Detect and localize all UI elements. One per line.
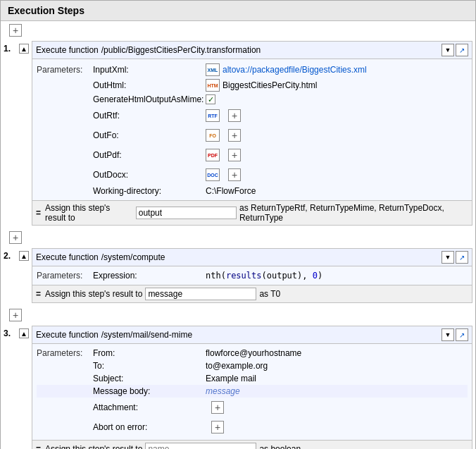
step-2-param-expr-name: Expression: [93, 271, 206, 281]
step-3-param-from-row: Parameters: From: flowforce@yourhostname [37, 347, 468, 359]
step-3-param-attachment-name: Attachment: [93, 402, 206, 412]
step-2-number: 2. [4, 248, 19, 261]
step-1-param-workdir-value: C:\FlowForce [206, 186, 256, 196]
step-2-link-btn[interactable]: ↗ [456, 251, 468, 264]
step-1-result-equals: = [36, 208, 41, 218]
execution-steps-panel: Execution Steps + 1. ▲ Execute function … [0, 0, 476, 449]
step-1-param-generate-checkbox[interactable]: ✓ [206, 94, 215, 104]
step-3-dropdown-btn[interactable]: ▼ [441, 328, 454, 341]
step-3-param-subject-row: Subject: Example mail [37, 372, 468, 385]
step-3-param-attachment-row: Attachment: + [37, 398, 468, 417]
step-3-param-msgbody-row: Message body: message [37, 385, 468, 398]
step-3-param-msgbody-value: message [206, 386, 240, 396]
step-3-param-subject-value: Example mail [206, 374, 256, 383]
step-1-param-generate-name: GenerateHtmlOutputAsMime: [93, 94, 206, 104]
step-3-param-from-value: flowforce@yourhostname [206, 348, 301, 358]
step-1-param-outhtml-name: OutHtml: [93, 80, 206, 90]
step-1-result-label: Assign this step's result to [45, 203, 133, 223]
step-1-param-outrtf-name: OutRtf: [93, 111, 206, 121]
step-2-result-input[interactable] [145, 288, 256, 300]
step-2-header-label: Execute function [36, 252, 99, 262]
step-1-link-btn[interactable]: ↗ [456, 44, 468, 56]
step-2-result-row: = Assign this step's result to as T0 [32, 285, 472, 302]
step-3-param-to-name: To: [93, 361, 206, 371]
step-3-link-btn[interactable]: ↗ [456, 328, 468, 341]
step-3-header-path: /system/mail/send-mime [101, 330, 440, 340]
step-2-row: 2. ▲ Execute function /system/compute ▼ … [1, 247, 475, 306]
step-1-header: Execute function /public/BiggestCitiesPe… [32, 42, 472, 59]
step-1-header-label: Execute function [36, 45, 99, 55]
step-1-result-input[interactable] [136, 207, 237, 219]
step-1-param-generate-row: GenerateHtmlOutputAsMime: ✓ [37, 93, 468, 106]
step-1-param-workdir-row: Working-directory: C:\FlowForce [37, 185, 468, 197]
add-step-button-2[interactable]: + [9, 309, 22, 321]
step-1-row: 1. ▲ Execute function /public/BiggestCit… [1, 39, 475, 228]
step-1-param-outpdf-add[interactable]: + [228, 149, 241, 161]
step-1-collapse[interactable]: ▲ [19, 44, 29, 54]
step-3-result-as-label: as boolean [259, 444, 301, 449]
step-3-params: Parameters: From: flowforce@yourhostname… [32, 344, 472, 440]
step-1-param-outdocx-add[interactable]: + [228, 168, 241, 181]
step-3-param-msgbody-name: Message body: [93, 386, 206, 396]
step-1-content: Execute function /public/BiggestCitiesPe… [32, 41, 472, 226]
step-2-content: Execute function /system/compute ▼ ↗ Par… [32, 248, 472, 303]
step-3-param-abort-name: Abort on error: [93, 422, 206, 432]
add-row-1: + [1, 228, 475, 247]
step-3-header-label: Execute function [36, 330, 99, 340]
step-2-result-equals: = [36, 289, 41, 299]
step-3-param-abort-add[interactable]: + [211, 421, 224, 433]
step-1-param-outpdf-row: OutPdf: PDF + [37, 145, 468, 165]
step-2-dropdown-btn[interactable]: ▼ [441, 251, 454, 264]
step-2-collapse[interactable]: ▲ [19, 251, 29, 261]
step-1-param-outdocx-row: OutDocx: DOC + [37, 165, 468, 185]
step-1-param-outfo-add[interactable]: + [228, 129, 241, 142]
step-3-param-attachment-add[interactable]: + [211, 401, 224, 414]
step-1-param-inputxml-name: InputXml: [93, 65, 206, 75]
step-1-header-path: /public/BiggestCitiesPerCity.transformat… [101, 45, 440, 55]
add-row-2: + [1, 306, 475, 324]
step-1-number: 1. [4, 41, 19, 54]
step-1-params-label: Parameters: [37, 65, 93, 75]
step-3-collapse[interactable]: ▲ [19, 328, 29, 338]
step-1-param-outrtf-icon: RTF [206, 109, 220, 122]
step-3-param-from-name: From: [93, 348, 206, 358]
step-1-param-outrtf-row: OutRtf: RTF + [37, 106, 468, 125]
step-3-param-to-value: to@example.org [206, 361, 268, 371]
step-1-param-workdir-name: Working-directory: [93, 186, 206, 196]
step-1: 1. ▲ Execute function /public/BiggestCit… [1, 39, 475, 228]
step-1-result-row: = Assign this step's result to as Return… [32, 200, 472, 225]
add-step-button-1[interactable]: + [9, 231, 22, 244]
step-2-params: Parameters: Expression: nth(results(outp… [32, 266, 472, 285]
step-2-header: Execute function /system/compute ▼ ↗ [32, 249, 472, 266]
step-1-param-outrtf-add[interactable]: + [228, 109, 241, 122]
step-1-params-header-row: Parameters: InputXml: XML altova://packa… [37, 62, 468, 78]
step-1-param-inputxml-icon: XML [206, 63, 220, 76]
step-1-param-inputxml-value: altova://packagedfile/BiggestCities.xml [223, 65, 367, 75]
panel-title: Execution Steps [1, 1, 475, 21]
step-3-result-label: Assign this step's result to [45, 444, 142, 449]
step-1-param-outfo-name: OutFo: [93, 130, 206, 140]
step-1-param-outfo-icon: FO [206, 129, 220, 142]
step-1-param-outhtml-icon: HTM [206, 79, 220, 92]
top-add-row: + [1, 21, 475, 39]
step-3-param-to-row: To: to@example.org [37, 359, 468, 372]
step-1-param-outhtml-value: BiggestCitiesPerCity.html [223, 80, 317, 90]
step-3-result-input[interactable] [145, 443, 256, 449]
step-3-result-row: = Assign this step's result to as boolea… [32, 440, 472, 449]
add-step-button-top[interactable]: + [9, 24, 22, 37]
step-1-param-outdocx-icon: DOC [206, 168, 220, 181]
step-1-param-outfo-row: OutFo: FO + [37, 125, 468, 145]
step-2-param-expr-row: Parameters: Expression: nth(results(outp… [37, 269, 468, 282]
step-3: 3. ▲ Execute function /system/mail/send-… [1, 324, 475, 449]
step-3-header: Execute function /system/mail/send-mime … [32, 326, 472, 344]
step-3-result-equals: = [36, 444, 41, 449]
step-1-param-outpdf-name: OutPdf: [93, 150, 206, 160]
step-2-param-expr-value: nth(results(output), 0) [206, 271, 322, 281]
step-2-result-label: Assign this step's result to [45, 289, 142, 299]
step-1-dropdown-btn[interactable]: ▼ [441, 44, 454, 56]
step-3-row: 3. ▲ Execute function /system/mail/send-… [1, 324, 475, 449]
step-3-param-abort-row: Abort on error: + [37, 417, 468, 437]
step-3-params-label: Parameters: [37, 348, 93, 358]
step-3-param-subject-name: Subject: [93, 374, 206, 383]
step-3-number: 3. [4, 326, 19, 338]
